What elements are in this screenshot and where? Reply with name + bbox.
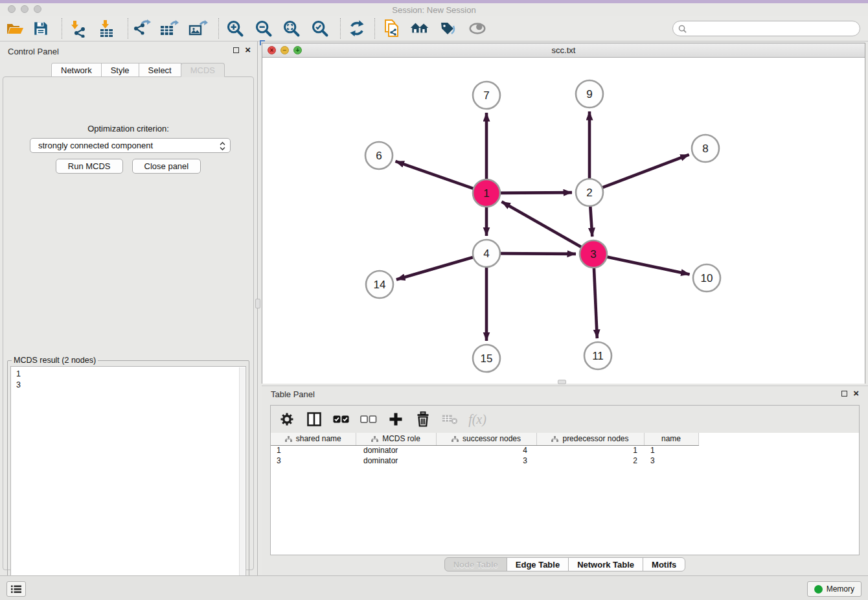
edge-4-3[interactable]	[498, 253, 576, 254]
zoom-out-icon[interactable]	[254, 19, 273, 38]
graph-node-7[interactable]: 7	[473, 82, 500, 109]
network-window-titlebar[interactable]: × − + scc.txt	[262, 43, 865, 58]
close-panel-button[interactable]: Close panel	[132, 159, 201, 174]
control-panel: Control Panel × NetworkStyleSelectMCDS O…	[0, 41, 258, 575]
graph-node-15[interactable]: 15	[473, 345, 500, 372]
split-columns-icon[interactable]	[306, 411, 323, 428]
search-icon	[678, 25, 687, 33]
delete-column-icon[interactable]	[415, 411, 431, 428]
memory-button[interactable]: Memory	[807, 581, 862, 597]
edge-2-3[interactable]	[590, 204, 592, 237]
close-panel-icon[interactable]: ×	[245, 46, 251, 54]
tab-edge-table[interactable]: Edge Table	[507, 557, 569, 571]
mcds-tab-content: Optimization criterion: strongly connect…	[3, 76, 254, 570]
task-history-button[interactable]	[6, 581, 26, 597]
add-column-icon[interactable]	[387, 411, 404, 428]
destroy-table-icon[interactable]	[442, 411, 459, 428]
tab-network-table[interactable]: Network Table	[568, 557, 643, 571]
float-table-panel-icon[interactable]	[841, 391, 847, 397]
graph-node-2[interactable]: 2	[576, 179, 603, 206]
graph-node-6[interactable]: 6	[365, 142, 393, 169]
criterion-value: strongly connected component	[38, 141, 153, 150]
settings-gear-icon[interactable]	[279, 411, 295, 428]
duplicate-network-icon[interactable]	[382, 19, 402, 38]
vertical-splitter-grip[interactable]	[255, 299, 260, 308]
edge-1-2[interactable]	[498, 192, 572, 193]
show-hide-icon[interactable]	[468, 19, 487, 38]
mcds-result-textarea[interactable]: 1 3	[10, 366, 246, 599]
save-session-icon[interactable]	[31, 19, 51, 38]
toolbar-separator	[62, 18, 62, 39]
run-mcds-button[interactable]: Run MCDS	[56, 159, 123, 174]
svg-text:14: 14	[374, 279, 386, 291]
deselect-all-icon[interactable]	[360, 411, 377, 428]
zoom-selected-icon[interactable]	[310, 19, 330, 38]
graph-node-14[interactable]: 14	[366, 271, 393, 298]
column-header-name[interactable]: name	[644, 433, 698, 445]
zoom-in-icon[interactable]	[225, 19, 245, 38]
mcds-result-title: MCDS result (2 nodes)	[12, 356, 98, 365]
tab-mcds[interactable]: MCDS	[181, 63, 225, 77]
export-network-icon[interactable]	[132, 19, 152, 38]
open-session-icon[interactable]	[5, 19, 25, 38]
export-image-icon[interactable]	[188, 19, 208, 38]
edge-2-8[interactable]	[600, 155, 689, 189]
memory-status-icon	[814, 585, 823, 594]
export-table-icon[interactable]	[159, 19, 179, 38]
search-input[interactable]	[690, 22, 855, 35]
node-table[interactable]: shared nameMCDS rolesuccessor nodesprede…	[271, 433, 859, 555]
svg-text:6: 6	[376, 150, 382, 162]
tab-style[interactable]: Style	[101, 63, 139, 77]
close-table-panel-icon[interactable]: ×	[853, 389, 859, 397]
select-all-icon[interactable]	[333, 411, 350, 428]
result-scrollbar[interactable]	[239, 367, 245, 597]
graph-node-9[interactable]: 9	[576, 80, 603, 108]
float-panel-icon[interactable]	[233, 47, 239, 53]
zoom-fit-icon[interactable]	[282, 19, 301, 38]
edge-1-6[interactable]	[395, 161, 475, 189]
graph-node-1[interactable]: 1	[473, 179, 500, 207]
column-header-shared-name[interactable]: shared name	[271, 433, 356, 445]
edge-3-10[interactable]	[605, 257, 690, 275]
tab-motifs[interactable]: Motifs	[643, 557, 685, 571]
graph-node-8[interactable]: 8	[692, 135, 719, 162]
search-field[interactable]	[672, 21, 860, 36]
network-window-title: scc.txt	[262, 45, 865, 55]
column-header-predecessor-nodes[interactable]: predecessor nodes	[536, 433, 644, 445]
hide-labels-icon[interactable]	[439, 19, 458, 38]
criterion-dropdown[interactable]: strongly connected component	[30, 138, 231, 153]
mcds-result-group: MCDS result (2 nodes) 1 3	[7, 356, 249, 600]
tab-network[interactable]: Network	[51, 63, 102, 77]
svg-text:9: 9	[586, 88, 592, 100]
graph-node-10[interactable]: 10	[693, 264, 720, 292]
mcds-result-text: 1 3	[11, 367, 239, 598]
titlebar[interactable]: Session: New Session	[0, 3, 868, 16]
home-icon[interactable]	[410, 19, 429, 38]
memory-label: Memory	[827, 584, 854, 594]
import-table-icon[interactable]	[97, 19, 117, 38]
toolbar-separator	[218, 18, 219, 39]
tab-select[interactable]: Select	[139, 63, 181, 77]
tab-node-table[interactable]: Node Table	[444, 557, 507, 571]
column-header-mcds-role[interactable]: MCDS role	[356, 433, 436, 445]
graph-node-4[interactable]: 4	[473, 240, 500, 267]
refresh-icon[interactable]	[347, 19, 367, 38]
function-builder-icon[interactable]: f(x)	[469, 411, 486, 428]
control-panel-tabs: NetworkStyleSelectMCDS	[51, 63, 225, 77]
table-row[interactable]: 3dominator323	[271, 456, 698, 466]
column-header-successor-nodes[interactable]: successor nodes	[436, 433, 536, 445]
graph-node-3[interactable]: 3	[580, 240, 607, 268]
import-network-icon[interactable]	[67, 19, 87, 38]
horizontal-splitter-grip[interactable]	[558, 380, 566, 384]
table-row[interactable]: 1dominator411	[271, 445, 698, 456]
network-canvas[interactable]: 1234678910111415	[262, 58, 865, 384]
svg-text:1: 1	[483, 187, 489, 200]
toolbar-separator	[340, 18, 341, 39]
window-title: Session: New Session	[0, 5, 868, 15]
edge-3-11[interactable]	[594, 266, 597, 338]
graph-node-11[interactable]: 11	[584, 342, 611, 369]
edge-4-14[interactable]	[396, 257, 475, 279]
table-panel-tabs: Node TableEdge TableNetwork TableMotifs	[262, 557, 868, 571]
node-table-container: f(x) shared nameMCDS rolesuccessor nodes…	[270, 405, 860, 555]
edge-3-1[interactable]	[501, 202, 583, 248]
